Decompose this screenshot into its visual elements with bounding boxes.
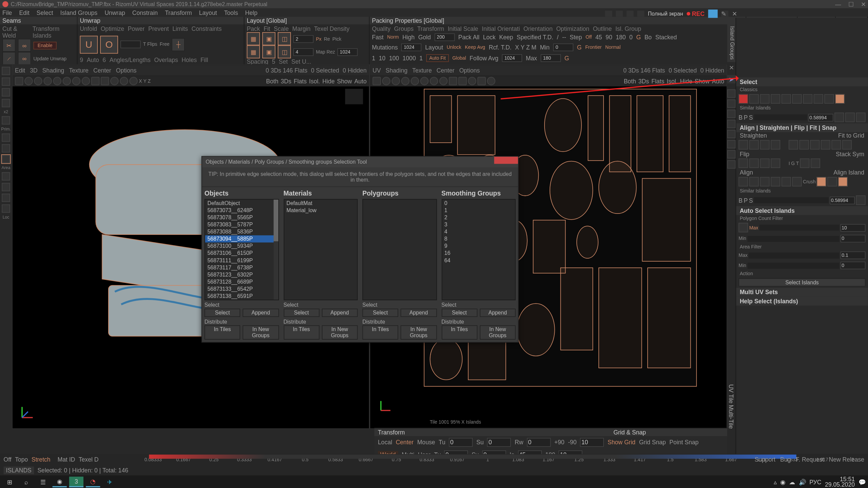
tool-icon[interactable] [2, 183, 10, 191]
chrome-icon[interactable]: ◉ [53, 476, 67, 487]
select-classic-icon[interactable] [738, 94, 748, 104]
crush-icon[interactable] [828, 177, 837, 186]
text-icon[interactable] [727, 130, 736, 138]
append-button[interactable]: Append [322, 309, 358, 317]
overlay-pencil-icon[interactable]: ✎ [721, 11, 728, 17]
close-icon[interactable]: ✕ [727, 64, 736, 73]
scale-icon[interactable]: ◫ [278, 45, 291, 59]
flip-icon[interactable] [771, 159, 780, 168]
light-icon[interactable] [487, 77, 495, 85]
uv-tile-tab[interactable]: UV Tile Multi-Tile [727, 385, 734, 429]
menu-island-groups[interactable]: Island Groups [60, 9, 97, 16]
tool-icon[interactable] [2, 204, 10, 213]
in-tiles-button[interactable]: In Tiles [441, 325, 477, 340]
straighten-icon[interactable] [749, 140, 759, 149]
rizom-icon[interactable]: ◔ [86, 476, 100, 487]
flip-icon[interactable] [760, 159, 769, 168]
select-button[interactable]: Select [204, 309, 240, 317]
select-classic-icon[interactable] [803, 94, 812, 104]
select-button[interactable]: Select [362, 309, 398, 317]
view-icon[interactable] [91, 77, 100, 85]
light-icon[interactable] [110, 77, 119, 85]
list-item[interactable]: 0 [442, 200, 515, 207]
tray-icon[interactable]: 🔊 [799, 479, 806, 485]
spacing-field[interactable] [293, 48, 314, 56]
color-icon[interactable] [727, 160, 736, 169]
select-button[interactable]: Select [441, 309, 477, 317]
align-icon[interactable] [738, 177, 748, 186]
similar-value[interactable] [830, 196, 855, 204]
in-new-groups-button[interactable]: In New Groups [401, 325, 437, 340]
margin-field[interactable] [293, 35, 314, 43]
similar-icon[interactable] [856, 196, 865, 205]
menu-help[interactable]: Help [245, 9, 257, 16]
list-item[interactable]: 56873083__5787P [205, 221, 278, 228]
menu-constrain[interactable]: Constrain [132, 9, 158, 16]
clock[interactable]: 15:5129.05.2020 [825, 476, 855, 487]
menu-unwrap[interactable]: Unwrap [104, 9, 125, 16]
stack-icon[interactable] [800, 159, 810, 168]
enable-button[interactable]: Enable [33, 41, 56, 49]
list-item[interactable]: DefaultMat [284, 200, 357, 207]
list-item[interactable]: 9 [442, 243, 515, 250]
overlay-icon[interactable] [605, 11, 612, 17]
shade-mode-icon[interactable] [43, 77, 52, 85]
list-item[interactable]: 56873117__6738P [205, 264, 278, 271]
append-button[interactable]: Append [243, 309, 279, 317]
list-item[interactable]: 56873073__6248P [205, 207, 278, 214]
tool-icon[interactable] [2, 99, 10, 107]
crush-icon[interactable] [817, 177, 826, 186]
list-item[interactable]: 56873094__5885P [205, 235, 278, 242]
area-tool-icon[interactable] [2, 155, 10, 163]
crush-icon[interactable] [838, 177, 848, 186]
in-new-groups-button[interactable]: In New Groups [322, 325, 358, 340]
rect-icon[interactable] [727, 120, 736, 128]
list-item[interactable]: 64 [442, 257, 515, 264]
straighten-icon[interactable] [738, 140, 748, 149]
fit-icon[interactable]: ▣ [262, 32, 276, 45]
app-icon[interactable]: 3 [69, 476, 83, 487]
close-button[interactable]: ✕ [861, 1, 866, 7]
help-select-header[interactable]: Help Select (Islands) [736, 297, 868, 305]
select-classic-icon[interactable] [760, 94, 769, 104]
similar-icon[interactable] [845, 113, 855, 122]
fit-grid-icon[interactable] [821, 140, 830, 149]
overlay-icon[interactable] [626, 11, 633, 17]
list-item[interactable]: 56873106__6150P [205, 250, 278, 257]
brush-icon[interactable] [727, 100, 736, 108]
task-view-icon[interactable]: ☰ [36, 476, 50, 487]
telegram-icon[interactable]: ✈ [102, 476, 117, 487]
rec-indicator[interactable]: REC [687, 11, 705, 17]
list-item[interactable]: 2 [442, 214, 515, 221]
shade-mode-icon[interactable] [439, 77, 448, 85]
light-icon[interactable] [468, 77, 476, 85]
in-tiles-button[interactable]: In Tiles [283, 325, 319, 340]
list-item[interactable]: 56873123__6302P [205, 271, 278, 278]
tool-icon[interactable] [2, 88, 10, 97]
flip-icon[interactable] [738, 159, 748, 168]
minimize-button[interactable]: — [835, 1, 841, 7]
start-button[interactable]: ⊞ [2, 476, 17, 487]
list-item[interactable]: 56873100__5934P [205, 243, 278, 250]
fit-grid-icon[interactable] [789, 140, 798, 149]
shade-mode-icon[interactable] [382, 77, 391, 85]
polygroups-list[interactable] [362, 199, 437, 300]
straighten-icon[interactable] [760, 140, 769, 149]
power-field[interactable] [120, 41, 141, 48]
list-item[interactable]: 1 [442, 207, 515, 214]
select-islands-button[interactable]: Select Islands [738, 278, 865, 287]
grid-icon[interactable] [477, 77, 486, 85]
shade-mode-icon[interactable] [72, 77, 81, 85]
shade-mode-icon[interactable] [411, 77, 419, 85]
maprez-field[interactable] [337, 48, 358, 56]
seam-tool-icon[interactable]: ∞ [18, 52, 31, 65]
menu-select[interactable]: Select [37, 9, 53, 16]
tool-icon[interactable] [2, 144, 10, 152]
list-item[interactable]: 56873138__6591P [205, 292, 278, 300]
light-icon[interactable] [120, 77, 128, 85]
fit-grid-icon[interactable] [799, 140, 809, 149]
tray-icon[interactable]: ☁ [789, 479, 795, 485]
lang-indicator[interactable]: РУС [809, 479, 821, 485]
select-classic-icon[interactable] [782, 94, 791, 104]
list-item[interactable]: 4 [442, 228, 515, 235]
